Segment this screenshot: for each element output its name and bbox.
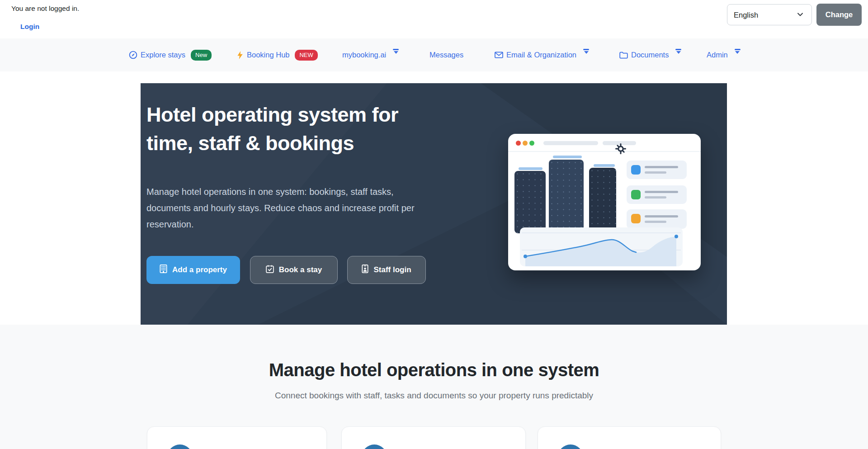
- feature-icon-circle: [362, 444, 387, 449]
- caret-down-icon: [675, 49, 681, 54]
- window-dot-green: [529, 141, 534, 146]
- nav-item-explore-stays[interactable]: Explore stays New: [129, 38, 212, 71]
- mock-bar-cap: [594, 164, 615, 167]
- mock-blue-square: [631, 165, 641, 175]
- caret-down-icon: [735, 49, 741, 54]
- mock-text-line: [645, 191, 678, 193]
- calendar-check-icon: [266, 265, 274, 275]
- section-heading: Manage hotel operations in one system: [0, 360, 868, 380]
- login-status-text: You are not logged in.: [11, 5, 79, 13]
- mock-building-bar: [589, 168, 616, 233]
- mock-green-square: [631, 190, 641, 199]
- feature-icon-circle: [167, 444, 193, 449]
- page: You are not logged in. Login English Cha…: [0, 0, 868, 449]
- mock-browser-header: [508, 134, 701, 152]
- change-language-button[interactable]: Change: [816, 4, 862, 26]
- add-property-button[interactable]: Add a property: [146, 256, 240, 284]
- login-link[interactable]: Login: [20, 23, 39, 31]
- mock-orange-square: [631, 214, 641, 223]
- nav-label: Booking Hub: [247, 51, 289, 59]
- lightning-icon: [236, 51, 244, 59]
- language-select[interactable]: English: [727, 4, 812, 25]
- feature-icon-circle: [558, 444, 583, 449]
- staff-login-button[interactable]: Staff login: [347, 256, 426, 284]
- book-stay-button[interactable]: Book a stay: [250, 256, 338, 284]
- feature-card: [341, 426, 526, 449]
- envelope-icon: [495, 52, 503, 58]
- features-section: Manage hotel operations in one system Co…: [0, 325, 868, 449]
- mock-text-line: [645, 196, 666, 199]
- hero-title: Hotel operating system fortime, staff & …: [146, 100, 472, 157]
- hero-description: Manage hotel operations in one system: b…: [146, 184, 438, 232]
- mock-text-line: [645, 171, 666, 174]
- person-badge-icon: [362, 265, 368, 275]
- section-subheading: Connect bookings with staff, tasks and d…: [0, 391, 868, 401]
- nav-label: mybooking.ai: [342, 51, 386, 59]
- mock-text-line: [645, 166, 678, 168]
- mock-list-item: [627, 185, 687, 204]
- feature-card: [538, 426, 721, 449]
- nav-item-email-organization[interactable]: Email & Organization: [495, 38, 589, 71]
- mock-list-item: [627, 209, 687, 229]
- building-icon: [160, 265, 167, 275]
- folder-icon: [619, 52, 628, 59]
- mock-bar-cap: [519, 167, 542, 170]
- nav-label: Email & Organization: [506, 51, 576, 59]
- dashboard-mockup-illustration: [508, 134, 701, 270]
- mock-line-chart: [520, 227, 683, 266]
- nav-label: Admin: [707, 51, 728, 59]
- gear-icon: [615, 143, 626, 156]
- mock-building-bar: [514, 171, 546, 233]
- compass-icon: [129, 51, 137, 59]
- button-label: Staff login: [373, 265, 411, 274]
- window-dot-yellow: [523, 141, 528, 146]
- nav-item-messages[interactable]: Messages: [429, 38, 463, 71]
- nav-item-documents[interactable]: Documents: [619, 38, 681, 71]
- window-dot-red: [516, 141, 521, 146]
- mock-building-bar: [549, 160, 584, 233]
- button-label: Book a stay: [279, 265, 322, 274]
- nav-label: Messages: [429, 51, 463, 59]
- mock-text-line: [645, 221, 666, 223]
- nav-item-admin[interactable]: Admin: [707, 38, 741, 71]
- mock-text-line: [645, 215, 678, 217]
- button-label: Add a property: [172, 265, 227, 274]
- mock-list-item: [627, 161, 687, 179]
- feature-card: [147, 426, 327, 449]
- mock-bar-cap: [553, 156, 582, 158]
- caret-down-icon: [393, 49, 399, 54]
- new-badge: NEW: [295, 50, 317, 61]
- hero-section: Hotel operating system fortime, staff & …: [141, 83, 727, 325]
- mock-address-bar: [543, 141, 598, 145]
- new-badge: New: [191, 50, 212, 61]
- caret-down-icon: [583, 49, 589, 54]
- nav-label: Explore stays: [141, 51, 185, 59]
- nav-item-booking-hub[interactable]: Booking Hub NEW: [236, 38, 318, 71]
- nav-item-mybooking-ai[interactable]: mybooking.ai: [342, 38, 399, 71]
- nav-label: Documents: [631, 51, 669, 59]
- main-nav: Explore stays New Booking Hub NEW mybook…: [0, 38, 868, 71]
